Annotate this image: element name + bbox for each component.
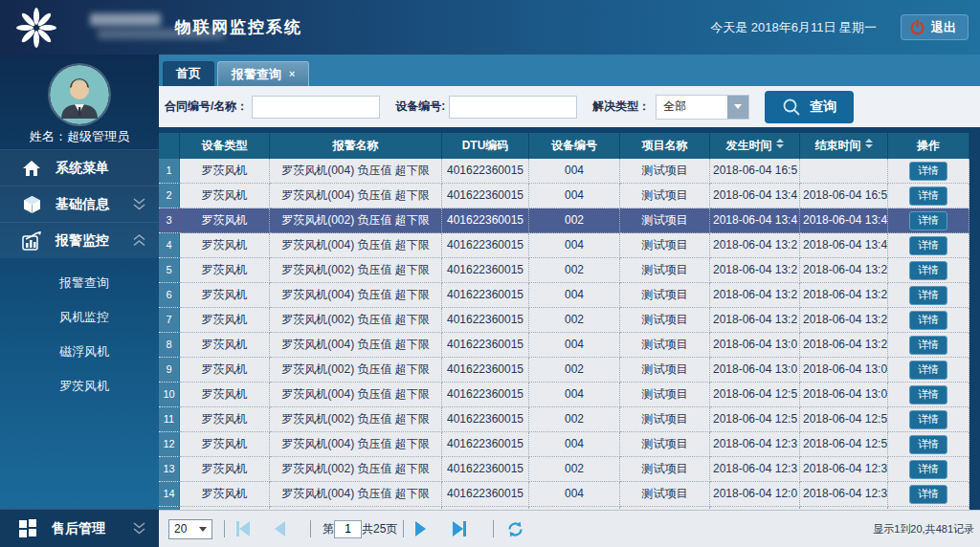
chevron-up-icon — [131, 233, 147, 248]
detail-button[interactable]: 详情 — [909, 385, 947, 405]
page-suffix: 共25页 — [362, 521, 397, 537]
solve-type-select[interactable]: 全部 — [656, 95, 749, 120]
table-row[interactable]: 2罗茨风机罗茨风机(004) 负压值 超下限401622360015004测试项… — [159, 184, 969, 208]
query-button[interactable]: 查询 — [765, 91, 854, 123]
chevron-down-icon — [727, 96, 748, 119]
tab-home[interactable]: 首页 — [163, 61, 214, 86]
refresh-button[interactable] — [505, 519, 525, 539]
first-page-button[interactable] — [236, 521, 250, 536]
sidebar-item[interactable]: 报警监控 — [0, 222, 159, 258]
table-cell: 401622360015 — [442, 233, 529, 258]
table-cell: 罗茨风机 — [180, 308, 270, 333]
pagination-bar: 20 第 共25页 显示1到20,共481记录 — [159, 510, 980, 547]
logout-button[interactable]: 退出 — [901, 14, 969, 40]
sidebar-item[interactable]: 基础信息 — [0, 186, 159, 222]
detail-button[interactable]: 详情 — [909, 460, 947, 479]
prev-page-button[interactable] — [275, 521, 285, 536]
detail-button[interactable]: 详情 — [909, 186, 947, 206]
divider — [493, 520, 494, 537]
sidebar-item-label: 基础信息 — [56, 196, 131, 213]
table-cell: 罗茨风机 — [180, 432, 270, 457]
sidebar-subitem[interactable]: 风机监控 — [0, 300, 159, 335]
table-row[interactable]: 14罗茨风机罗茨风机(004) 负压值 超下限401622360015004测试… — [159, 482, 969, 507]
table-cell: 2018-06-04 13:0 — [710, 333, 800, 358]
table-cell-action: 详情 — [888, 258, 969, 283]
detail-button[interactable]: 详情 — [909, 162, 947, 181]
detail-button[interactable]: 详情 — [909, 410, 947, 429]
table-cell: 401622360015 — [442, 457, 529, 482]
detail-button[interactable]: 详情 — [909, 211, 947, 230]
table-cell: 11 — [159, 407, 180, 432]
detail-button[interactable]: 详情 — [909, 361, 947, 380]
table-cell: 测试项目 — [620, 184, 710, 208]
detail-button[interactable]: 详情 — [909, 435, 947, 454]
table-row[interactable]: 6罗茨风机罗茨风机(004) 负压值 超下限401622360015004测试项… — [159, 283, 969, 308]
table-cell: 罗茨风机 — [180, 258, 270, 283]
table-row[interactable]: 8罗茨风机罗茨风机(004) 负压值 超下限401622360015004测试项… — [159, 333, 969, 358]
sidebar-subitem[interactable]: 罗茨风机 — [0, 369, 159, 404]
table-cell: 罗茨风机(002) 负压值 超下限 — [270, 358, 442, 383]
table-row[interactable]: 11罗茨风机罗茨风机(002) 负压值 超下限401622360015002测试… — [159, 407, 969, 432]
table-cell-action: 详情 — [888, 333, 969, 358]
table-cell: 9 — [159, 358, 180, 383]
detail-button[interactable]: 详情 — [909, 311, 947, 330]
sidebar-item-aftersales[interactable]: 售后管理 — [0, 509, 159, 547]
column-header: 设备编号 — [529, 133, 620, 159]
table-row[interactable]: 3罗茨风机罗茨风机(002) 负压值 超下限401622360015002测试项… — [159, 208, 969, 233]
sort-icon[interactable] — [865, 139, 873, 148]
date-text: 今天是 2018年6月11日 星期一 — [710, 0, 877, 55]
table-row[interactable]: 10罗茨风机罗茨风机(004) 负压值 超下限401622360015004测试… — [159, 383, 969, 407]
detail-button[interactable]: 详情 — [909, 286, 947, 305]
record-summary: 显示1到20,共481记录 — [873, 511, 974, 547]
detail-button[interactable]: 详情 — [909, 485, 947, 504]
chevron-down-icon — [131, 197, 147, 211]
contract-input[interactable] — [252, 96, 380, 119]
search-icon — [782, 98, 801, 117]
table-cell: 1 — [159, 159, 180, 184]
device-code-input[interactable] — [449, 96, 577, 119]
close-icon[interactable]: × — [289, 69, 295, 79]
table-row[interactable]: 4罗茨风机罗茨风机(004) 负压值 超下限401622360015004测试项… — [159, 233, 969, 258]
next-page-button[interactable] — [415, 521, 426, 536]
column-header[interactable]: 结束时间 — [800, 133, 888, 159]
detail-button[interactable]: 详情 — [909, 336, 947, 355]
column-header: 项目名称 — [620, 133, 710, 159]
sidebar-menu: 系统菜单基础信息报警监控 — [0, 149, 159, 258]
table-cell: 2018-06-04 12:0 — [710, 482, 800, 507]
column-header[interactable]: 发生时间 — [710, 133, 800, 159]
table-row[interactable]: 7罗茨风机罗茨风机(002) 负压值 超下限401622360015002测试项… — [159, 308, 969, 333]
table-cell: 罗茨风机(004) 负压值 超下限 — [270, 432, 442, 457]
grid-icon — [17, 519, 38, 537]
table-row[interactable]: 13罗茨风机罗茨风机(002) 负压值 超下限401622360015002测试… — [159, 457, 969, 482]
table-cell-action: 详情 — [888, 432, 969, 457]
sort-icon[interactable] — [776, 139, 784, 148]
table-cell: 401622360015 — [442, 358, 529, 383]
table-cell-action: 详情 — [888, 233, 969, 258]
last-page-button[interactable] — [453, 521, 466, 536]
table-cell: 测试项目 — [620, 407, 710, 432]
table-cell: 2018-06-04 13:2 — [710, 283, 800, 308]
table-cell: 罗茨风机(004) 负压值 超下限 — [270, 184, 442, 208]
table-cell: 测试项目 — [620, 333, 710, 358]
table-cell: 2018-06-04 13:0 — [800, 383, 888, 407]
page-size-select[interactable]: 20 — [168, 519, 212, 539]
detail-button[interactable]: 详情 — [909, 236, 947, 255]
avatar — [50, 65, 109, 124]
sidebar-subitem[interactable]: 报警查询 — [0, 266, 159, 300]
table-cell: 002 — [529, 358, 620, 383]
table-cell: 3 — [159, 208, 180, 233]
table-body: 1罗茨风机罗茨风机(004) 负压值 超下限401622360015004测试项… — [159, 159, 969, 510]
table-cell: 2018-06-04 12:5 — [800, 432, 888, 457]
detail-button[interactable]: 详情 — [909, 261, 947, 280]
sidebar-subitem[interactable]: 磁浮风机 — [0, 335, 159, 369]
sidebar-item[interactable]: 系统菜单 — [0, 149, 159, 186]
table-cell-action: 详情 — [888, 383, 969, 407]
tab-alarm-query[interactable]: 报警查询 × — [217, 61, 309, 86]
table-row[interactable]: 12罗茨风机罗茨风机(004) 负压值 超下限401622360015004测试… — [159, 432, 969, 457]
page-input[interactable] — [334, 520, 362, 538]
table-cell: 测试项目 — [620, 208, 710, 233]
table-row[interactable]: 1罗茨风机罗茨风机(004) 负压值 超下限401622360015004测试项… — [159, 159, 969, 184]
table-cell: 罗茨风机(002) 负压值 超下限 — [270, 258, 442, 283]
table-row[interactable]: 5罗茨风机罗茨风机(002) 负压值 超下限401622360015002测试项… — [159, 258, 969, 283]
table-row[interactable]: 9罗茨风机罗茨风机(002) 负压值 超下限401622360015002测试项… — [159, 358, 969, 383]
